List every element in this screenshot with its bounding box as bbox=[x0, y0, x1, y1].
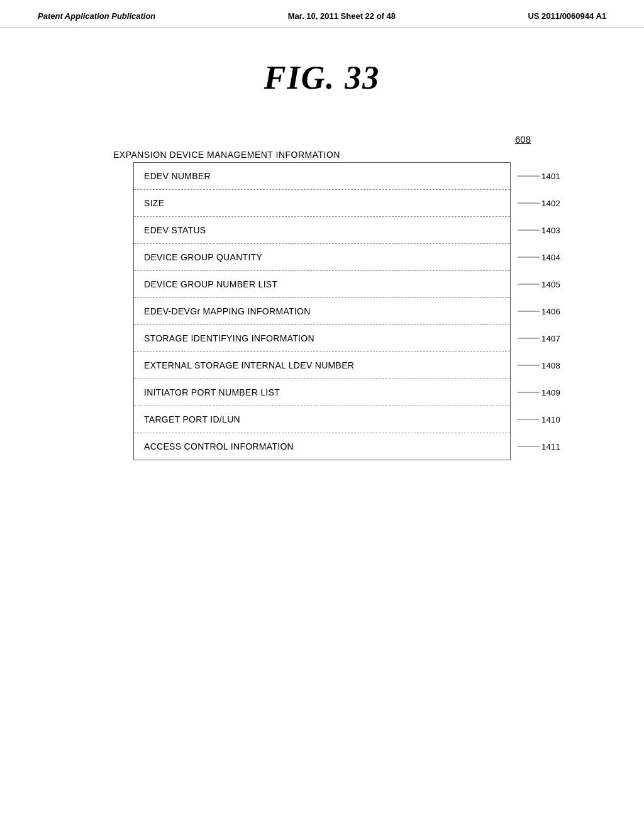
cell-row-6: EDEV-DEVGr MAPPING INFORMATION1406 bbox=[134, 298, 511, 325]
table-wrapper: EDEV NUMBER1401SIZE1402EDEV STATUS1403DE… bbox=[133, 162, 511, 460]
header-patent-number: US 2011/0060944 A1 bbox=[528, 11, 606, 21]
data-table: EDEV NUMBER1401SIZE1402EDEV STATUS1403DE… bbox=[133, 162, 511, 460]
page-header: Patent Application Publication Mar. 10, … bbox=[0, 0, 644, 28]
table-row: ACCESS CONTROL INFORMATION1411 bbox=[134, 433, 511, 460]
main-reference-number: 608 bbox=[515, 134, 531, 145]
table-row: DEVICE GROUP NUMBER LIST1405 bbox=[134, 271, 511, 298]
cell-row-7: STORAGE IDENTIFYING INFORMATION1407 bbox=[134, 325, 511, 352]
ref-row-6: 1406 bbox=[518, 307, 560, 316]
cell-row-10: TARGET PORT ID/LUN1410 bbox=[134, 406, 511, 433]
ref-row-5: 1405 bbox=[518, 280, 560, 289]
header-publication-label: Patent Application Publication bbox=[38, 11, 155, 21]
diagram-container: 608 EXPANSION DEVICE MANAGEMENT INFORMAT… bbox=[0, 134, 644, 460]
cell-row-1: EDEV NUMBER1401 bbox=[134, 163, 511, 190]
figure-title: FIG. 33 bbox=[0, 59, 644, 96]
ref-row-7: 1407 bbox=[518, 334, 560, 343]
cell-row-9: INITIATOR PORT NUMBER LIST1409 bbox=[134, 379, 511, 406]
ref-row-8: 1408 bbox=[518, 361, 560, 370]
table-row: EDEV STATUS1403 bbox=[134, 217, 511, 244]
table-row: INITIATOR PORT NUMBER LIST1409 bbox=[134, 379, 511, 406]
ref-row-10: 1410 bbox=[518, 415, 560, 424]
cell-row-2: SIZE1402 bbox=[134, 190, 511, 217]
cell-row-8: EXTERNAL STORAGE INTERNAL LDEV NUMBER140… bbox=[134, 352, 511, 379]
cell-row-3: EDEV STATUS1403 bbox=[134, 217, 511, 244]
cell-row-11: ACCESS CONTROL INFORMATION1411 bbox=[134, 433, 511, 460]
table-row: SIZE1402 bbox=[134, 190, 511, 217]
ref-row-4: 1404 bbox=[518, 253, 560, 262]
table-row: STORAGE IDENTIFYING INFORMATION1407 bbox=[134, 325, 511, 352]
ref-row-9: 1409 bbox=[518, 388, 560, 397]
table-row: DEVICE GROUP QUANTITY1404 bbox=[134, 244, 511, 271]
ref-row-2: 1402 bbox=[518, 199, 560, 208]
ref-row-1: 1401 bbox=[518, 172, 560, 181]
cell-row-4: DEVICE GROUP QUANTITY1404 bbox=[134, 244, 511, 271]
cell-row-5: DEVICE GROUP NUMBER LIST1405 bbox=[134, 271, 511, 298]
ref-row-3: 1403 bbox=[518, 226, 560, 235]
ref-row-11: 1411 bbox=[518, 442, 560, 451]
table-row: EDEV NUMBER1401 bbox=[134, 163, 511, 190]
table-row: EXTERNAL STORAGE INTERNAL LDEV NUMBER140… bbox=[134, 352, 511, 379]
table-row: TARGET PORT ID/LUN1410 bbox=[134, 406, 511, 433]
header-date-sheet: Mar. 10, 2011 Sheet 22 of 48 bbox=[288, 11, 396, 21]
table-label: EXPANSION DEVICE MANAGEMENT INFORMATION bbox=[113, 150, 340, 160]
table-row: EDEV-DEVGr MAPPING INFORMATION1406 bbox=[134, 298, 511, 325]
